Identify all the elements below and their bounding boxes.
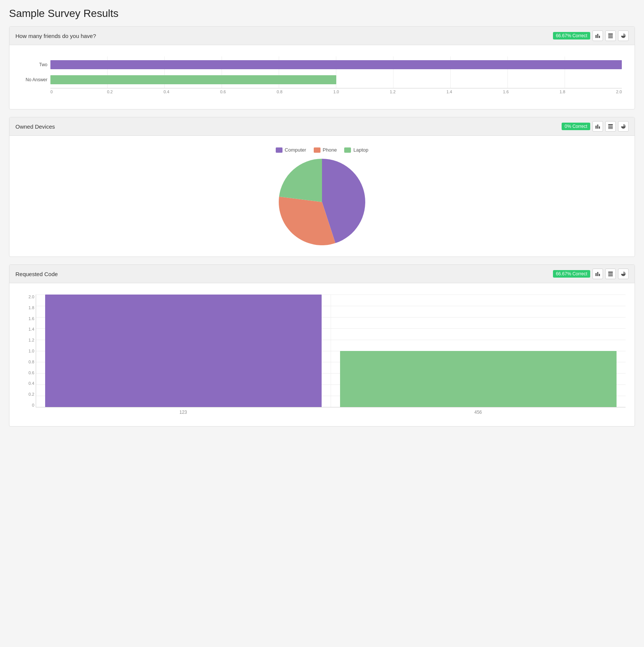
svg-rect-20 [608,276,613,276]
q1-bar-row-noanswer: No Answer [50,75,622,84]
q1-x-tick-8: 1.6 [503,88,559,94]
svg-rect-0 [595,35,597,38]
legend-label-computer: Computer [285,147,306,153]
q1-x-tick-5: 1.0 [333,88,390,94]
svg-rect-8 [597,125,598,129]
q3-y-label-04: 0.4 [29,381,34,386]
q3-y-label-16: 1.6 [29,316,34,321]
question-1-title: How many friends do you have? [15,33,96,39]
q1-bar-label-two: Two [20,62,50,67]
legend-computer: Computer [276,147,306,153]
q3-vbar-chart: 2.0 1.8 1.6 1.4 1.2 1.0 0.8 0.6 0.4 0.2 … [18,291,626,419]
question-3-controls: 66.67% Correct [553,269,629,279]
q1-x-tick-2: 0.4 [164,88,220,94]
q2-table-button[interactable] [605,121,616,132]
q3-y-label-02: 0.2 [29,392,34,396]
q1-x-tick-3: 0.6 [220,88,276,94]
svg-rect-12 [608,127,613,128]
q3-col-123 [36,295,331,407]
q3-table-button[interactable] [605,269,616,279]
q1-bar-fill-two [50,60,622,69]
q2-legend: Computer Phone Laptop [276,147,368,153]
q1-bar-row-two: Two [50,60,622,69]
svg-rect-5 [608,36,613,37]
svg-rect-4 [608,35,613,36]
question-1-badge: 66.67% Correct [553,32,590,39]
q1-bar-fill-noanswer [50,75,336,84]
q3-pie-chart-button[interactable] [618,269,629,279]
question-2-body: Computer Phone Laptop [9,136,635,257]
q3-y-label-18: 1.8 [29,305,34,310]
q3-y-label-06: 0.6 [29,371,34,375]
legend-laptop: Laptop [344,147,368,153]
q3-y-label-20: 2.0 [29,295,34,299]
q1-table-button[interactable] [605,30,616,41]
q1-bar-chart-button[interactable] [592,30,603,41]
q3-chart-area: 2.0 1.8 1.6 1.4 1.2 1.0 0.8 0.6 0.4 0.2 … [18,295,626,407]
svg-rect-3 [608,33,613,35]
q2-pie-chart-button[interactable] [618,121,629,132]
svg-rect-2 [599,36,600,38]
pie-chart-icon [621,271,626,276]
svg-rect-11 [608,126,613,127]
svg-rect-15 [597,272,598,276]
question-3-body: 2.0 1.8 1.6 1.4 1.2 1.0 0.8 0.6 0.4 0.2 … [9,283,635,426]
question-2-header: Owned Devices 0% Correct [9,117,635,136]
q3-bars [36,295,626,407]
q3-x-label-456: 456 [331,407,626,415]
question-3-title: Requested Code [15,271,58,277]
svg-rect-16 [599,274,600,276]
svg-rect-14 [595,273,597,276]
q1-x-tick-1: 0.2 [107,88,163,94]
bar-chart-icon [595,271,600,276]
table-icon [608,271,613,276]
q2-pie-chart: Computer Phone Laptop [18,143,626,249]
question-3-badge: 66.67% Correct [553,270,590,278]
q1-bars: Two No Answer [50,56,622,88]
legend-label-phone: Phone [323,147,337,153]
pie-segment-laptop [279,159,322,202]
q1-bar-label-noanswer: No Answer [20,77,50,82]
legend-swatch-laptop [344,147,351,153]
question-2-card: Owned Devices 0% Correct [9,117,635,257]
q3-y-label-14: 1.4 [29,327,34,331]
q3-y-label-12: 1.2 [29,338,34,342]
question-3-card: Requested Code 66.67% Correct [9,264,635,427]
pie-chart-icon [621,124,626,129]
q1-x-tick-0: 0 [50,88,107,94]
q1-x-tick-9: 1.8 [559,88,616,94]
q1-x-axis: 0 0.2 0.4 0.6 0.8 1.0 1.2 1.4 1.6 1.8 2.… [50,88,622,94]
svg-rect-7 [595,126,597,129]
q3-y-label-08: 0.8 [29,360,34,364]
q3-bar-123 [45,295,322,407]
q3-bar-456 [340,351,617,407]
legend-swatch-phone [314,147,320,153]
q3-y-label-00: 0 [32,403,34,407]
q1-pie-chart-button[interactable] [618,30,629,41]
q3-bar-chart-button[interactable] [592,269,603,279]
bar-chart-icon [595,33,600,38]
question-1-card: How many friends do you have? 66.67% Cor… [9,26,635,109]
pie-chart-icon [621,33,626,38]
q1-hbar-chart: Two No Answer 0 0.2 0.4 0.6 0.8 1.0 [18,53,626,102]
question-3-header: Requested Code 66.67% Correct [9,265,635,283]
q2-bar-chart-button[interactable] [592,121,603,132]
svg-rect-6 [608,38,613,38]
legend-label-laptop: Laptop [353,147,368,153]
svg-rect-13 [608,128,613,129]
table-icon [608,33,613,38]
question-1-controls: 66.67% Correct [553,30,629,41]
svg-rect-18 [608,273,613,274]
question-2-controls: 0% Correct [562,121,629,132]
bar-chart-icon [595,124,600,129]
q3-x-label-123: 123 [36,407,331,415]
svg-rect-10 [608,124,613,125]
question-1-body: Two No Answer 0 0.2 0.4 0.6 0.8 1.0 [9,45,635,109]
svg-rect-1 [597,34,598,38]
q2-pie-svg [279,159,365,245]
q3-y-axis: 2.0 1.8 1.6 1.4 1.2 1.0 0.8 0.6 0.4 0.2 … [18,295,36,407]
svg-rect-9 [599,126,600,129]
q3-y-label-10: 1.0 [29,349,34,353]
q3-columns-area [36,295,626,407]
q1-x-tick-6: 1.2 [390,88,446,94]
